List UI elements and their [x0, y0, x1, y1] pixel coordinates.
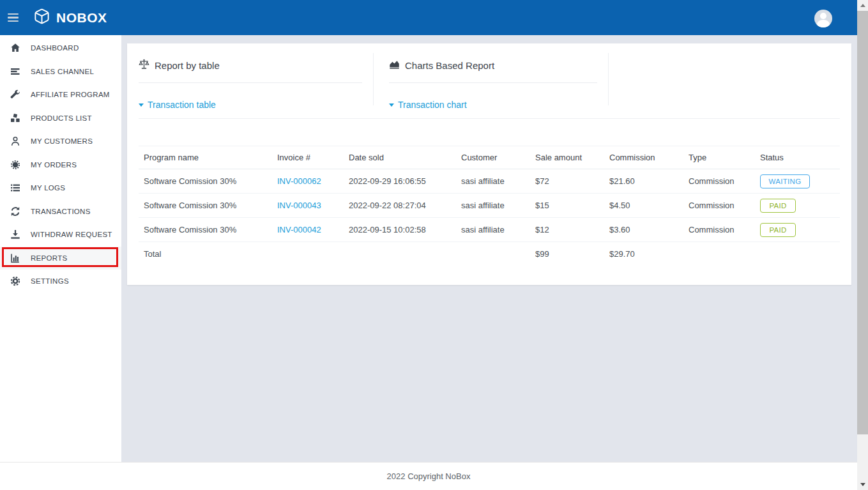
panel-title-row: Charts Based Report — [389, 52, 597, 72]
commission-cell: $21.60 — [604, 169, 683, 194]
brand-name: NOBOX — [56, 10, 107, 26]
sidebar-item-label: AFFILIATE PROGRAM — [31, 91, 110, 98]
total-label: Total — [139, 242, 272, 266]
table-row: Software Comission 30% INV-000042 2022-0… — [139, 218, 840, 242]
home-icon — [10, 43, 23, 53]
empty-panel — [609, 43, 851, 118]
gear-icon — [10, 276, 23, 286]
panel-title: Charts Based Report — [405, 60, 494, 71]
invoice-link[interactable]: INV-000042 — [277, 225, 321, 234]
sale-amount-cell: $72 — [530, 169, 604, 194]
divider — [389, 82, 597, 83]
area-chart-icon — [389, 59, 400, 72]
report-panels: Report by table Transaction table Charts… — [127, 43, 851, 118]
program-name-cell: Software Comission 30% — [139, 169, 272, 194]
wrench-icon — [10, 89, 23, 100]
sidebar-item-label: MY ORDERS — [31, 161, 77, 169]
sidebar-item-transactions[interactable]: TRANSACTIONS — [0, 200, 121, 224]
sidebar-item-dashboard[interactable]: DASHBOARD — [0, 36, 121, 60]
col-date-sold: Date sold — [344, 146, 456, 169]
type-cell: Commission — [683, 194, 755, 218]
channel-bars-icon — [10, 66, 23, 77]
sidebar-item-my-orders[interactable]: MY ORDERS — [0, 153, 121, 177]
program-name-cell: Software Comission 30% — [139, 218, 272, 242]
cubes-icon — [10, 113, 23, 123]
col-status: Status — [755, 146, 840, 169]
status-badge: PAID — [760, 199, 796, 213]
program-name-cell: Software Comission 30% — [139, 194, 272, 218]
vertical-scrollbar[interactable] — [857, 0, 868, 490]
scale-icon — [139, 59, 149, 72]
sidebar-item-label: TRANSACTIONS — [31, 208, 91, 215]
status-badge: WAITING — [760, 174, 810, 188]
scrollbar-thumb[interactable] — [857, 11, 868, 434]
date-sold-cell: 2022-09-22 08:27:04 — [344, 194, 456, 218]
col-commission: Commission — [604, 146, 683, 169]
type-cell: Commission — [683, 218, 755, 242]
download-icon — [10, 229, 23, 240]
commission-cell: $3.60 — [604, 218, 683, 242]
customer-cell: sasi affiliate — [456, 194, 530, 218]
transaction-table-link[interactable]: Transaction table — [139, 100, 362, 110]
report-by-table-panel: Report by table Transaction table — [127, 43, 374, 118]
arrow-down-icon — [860, 483, 865, 486]
scroll-down-button[interactable] — [857, 479, 868, 490]
col-sale-amount: Sale amount — [530, 146, 604, 169]
table-row: Software Comission 30% INV-000062 2022-0… — [139, 169, 840, 194]
divider — [139, 82, 362, 83]
sidebar-item-affiliate-program[interactable]: AFFILIATE PROGRAM — [0, 83, 121, 107]
sidebar: DASHBOARD SALES CHANNEL AFFILIATE PROGRA… — [0, 35, 121, 462]
main-content: Report by table Transaction table Charts… — [121, 35, 857, 462]
invoice-link[interactable]: INV-000062 — [277, 176, 321, 186]
total-commission: $29.70 — [604, 242, 683, 266]
sidebar-item-label: WITHDRAW REQUEST — [31, 231, 112, 238]
sidebar-item-sales-channel[interactable]: SALES CHANNEL — [0, 60, 121, 84]
total-sale-amount: $99 — [530, 242, 604, 266]
table-row: Software Comission 30% INV-000043 2022-0… — [139, 194, 840, 218]
table-header-row: Program name Invoice # Date sold Custome… — [139, 146, 840, 169]
sidebar-item-label: MY CUSTOMERS — [31, 137, 93, 145]
person-icon — [10, 136, 23, 146]
customer-cell: sasi affiliate — [456, 169, 530, 194]
copyright-text: 2022 Copyright NoBox — [387, 471, 471, 481]
topbar: NOBOX — [0, 0, 857, 35]
sidebar-item-label: SETTINGS — [31, 277, 69, 285]
type-cell: Commission — [683, 169, 755, 194]
sidebar-item-my-customers[interactable]: MY CUSTOMERS — [0, 130, 121, 153]
table-total-row: Total $99 $29.70 — [139, 242, 840, 266]
divider — [139, 118, 840, 119]
sidebar-item-label: MY LOGS — [31, 184, 65, 192]
caret-down-icon — [389, 103, 394, 107]
status-badge: PAID — [760, 223, 796, 237]
commission-cell: $4.50 — [604, 194, 683, 218]
box-logo-icon — [33, 8, 50, 27]
col-invoice: Invoice # — [272, 146, 344, 169]
transaction-chart-link[interactable]: Transaction chart — [389, 100, 597, 110]
panel-title-row: Report by table — [139, 52, 362, 72]
sale-amount-cell: $12 — [530, 218, 604, 242]
sync-icon — [10, 206, 23, 217]
user-avatar[interactable] — [814, 10, 832, 27]
sidebar-item-reports[interactable]: REPORTS — [0, 247, 121, 270]
sidebar-item-label: SALES CHANNEL — [31, 68, 94, 75]
invoice-link[interactable]: INV-000043 — [277, 201, 321, 210]
sale-amount-cell: $15 — [530, 194, 604, 218]
gear-solid-icon — [10, 160, 23, 170]
charts-based-report-panel: Charts Based Report Transaction chart — [374, 43, 609, 118]
arrow-up-icon — [860, 4, 865, 7]
hamburger-menu-icon[interactable] — [1, 6, 24, 29]
sidebar-item-label: PRODUCTS LIST — [31, 114, 92, 122]
brand[interactable]: NOBOX — [33, 8, 107, 27]
sidebar-item-withdraw-request[interactable]: WITHDRAW REQUEST — [0, 223, 121, 247]
col-program-name: Program name — [139, 146, 272, 169]
footer: 2022 Copyright NoBox — [0, 462, 857, 490]
col-type: Type — [683, 146, 755, 169]
date-sold-cell: 2022-09-29 16:06:55 — [344, 169, 456, 194]
panel-title: Report by table — [155, 60, 220, 71]
list-icon — [10, 183, 23, 193]
sidebar-item-settings[interactable]: SETTINGS — [0, 270, 121, 293]
sidebar-item-products-list[interactable]: PRODUCTS LIST — [0, 107, 121, 130]
customer-cell: sasi affiliate — [456, 218, 530, 242]
sidebar-item-my-logs[interactable]: MY LOGS — [0, 176, 121, 200]
scroll-up-button[interactable] — [857, 0, 868, 11]
